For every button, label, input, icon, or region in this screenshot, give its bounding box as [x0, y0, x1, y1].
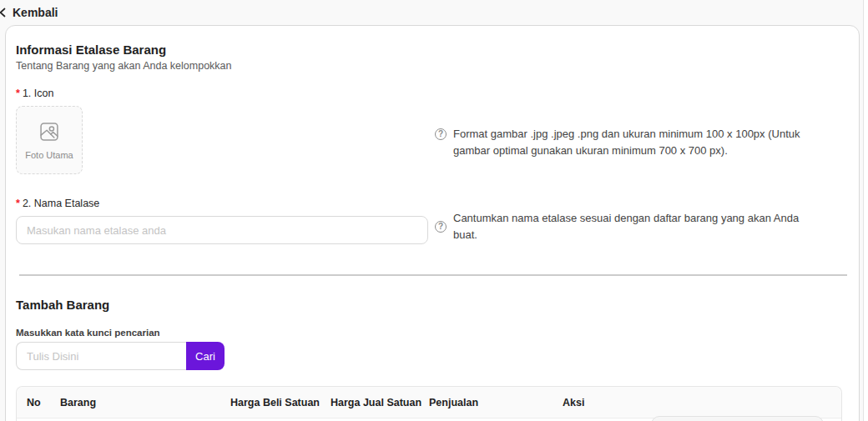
top-bar: Kembali: [0, 0, 868, 25]
name-help: ? Cantumkan nama etalase sesuai dengan d…: [435, 210, 819, 243]
help-question-icon: ?: [435, 221, 447, 233]
column-header-harga-jual: Harga Jual Satuan: [331, 397, 429, 408]
required-asterisk: *: [16, 88, 20, 99]
page: { "header": { "back_label": "Kembali" },…: [0, 0, 868, 421]
image-icon: [38, 120, 61, 143]
column-header-no: No: [17, 397, 60, 408]
etalase-form-card: Informasi Etalase Barang Tentang Barang …: [5, 25, 860, 421]
back-label: Kembali: [13, 6, 58, 19]
icon-field-label: *1. Icon: [16, 88, 849, 99]
photo-upload-box[interactable]: Foto Utama: [16, 106, 83, 174]
etalase-name-input[interactable]: [16, 216, 428, 244]
icon-field-row: Foto Utama ? Format gambar .jpg .jpeg .p…: [16, 99, 849, 174]
section-subtitle: Tentang Barang yang akan Anda kelompokka…: [16, 60, 849, 72]
table-header-row: No Barang Harga Beli Satuan Harga Jual S…: [17, 387, 841, 418]
search-input[interactable]: [16, 342, 186, 370]
chevron-left-icon: [0, 8, 8, 18]
row-action-button-partial[interactable]: [651, 416, 824, 421]
search-row: Cari: [16, 342, 849, 370]
icon-help-text: Format gambar .jpg .jpeg .png dan ukuran…: [453, 126, 819, 174]
name-help-text: Cantumkan nama etalase sesuai dengan daf…: [453, 210, 819, 243]
tambah-barang-title: Tambah Barang: [16, 298, 849, 312]
name-field-label: *2. Nama Etalase: [16, 198, 849, 209]
section-title: Informasi Etalase Barang: [16, 43, 849, 57]
barang-table: No Barang Harga Beli Satuan Harga Jual S…: [16, 386, 842, 421]
search-button[interactable]: Cari: [186, 342, 225, 370]
help-question-icon: ?: [435, 128, 447, 140]
section-divider: [19, 274, 847, 276]
icon-help: ? Format gambar .jpg .jpeg .png dan ukur…: [435, 126, 819, 174]
column-header-aksi: Aksi: [563, 397, 841, 408]
back-button[interactable]: Kembali: [0, 6, 58, 19]
column-header-barang: Barang: [60, 397, 230, 408]
required-asterisk: *: [16, 198, 20, 209]
upload-label: Foto Utama: [25, 150, 73, 160]
name-field-row: ? Cantumkan nama etalase sesuai dengan d…: [16, 209, 849, 244]
search-label: Masukkan kata kunci pencarian: [16, 328, 849, 338]
column-header-penjualan: Penjualan: [429, 397, 563, 408]
column-header-harga-beli: Harga Beli Satuan: [230, 397, 331, 408]
vertical-scrollbar[interactable]: [863, 0, 868, 421]
